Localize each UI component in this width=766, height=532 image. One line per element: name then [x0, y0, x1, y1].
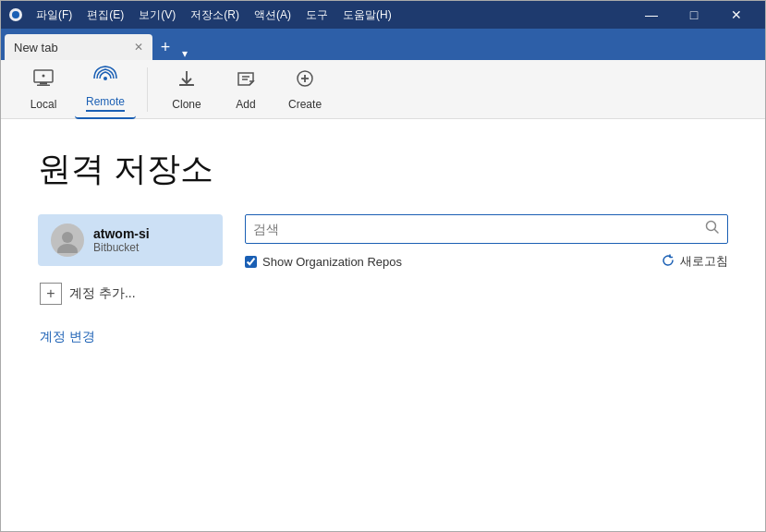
close-button[interactable]: ✕	[715, 1, 758, 29]
svg-point-14	[57, 244, 78, 253]
tab-label: New tab	[14, 41, 58, 54]
account-list: atwom-si Bitbucket + 계정 추가... 계정 변경	[38, 214, 223, 347]
svg-point-6	[103, 77, 107, 80]
svg-point-5	[43, 74, 45, 77]
svg-rect-3	[40, 82, 47, 85]
toolbar-separator	[147, 67, 148, 112]
toolbar-clone-label: Clone	[172, 98, 201, 111]
avatar	[51, 224, 84, 257]
menu-edit[interactable]: 편집(E)	[81, 6, 129, 25]
toolbar-clone-button[interactable]: Clone	[159, 63, 214, 116]
minimize-button[interactable]: —	[630, 1, 673, 29]
right-panel: Show Organization Repos 새로고침	[245, 214, 728, 270]
account-item[interactable]: atwom-si Bitbucket	[38, 214, 223, 266]
add-account-icon: +	[40, 283, 62, 305]
svg-point-1	[12, 11, 19, 18]
account-provider: Bitbucket	[93, 241, 150, 254]
add-account-label: 계정 추가...	[69, 285, 136, 302]
toolbar-remote-label: Remote	[86, 95, 125, 112]
menu-file[interactable]: 파일(F)	[30, 6, 78, 25]
search-input[interactable]	[253, 222, 699, 236]
menu-repo[interactable]: 저장소(R)	[185, 6, 245, 25]
toolbar-create-label: Create	[288, 98, 322, 111]
create-icon	[294, 68, 316, 94]
toolbar-local-button[interactable]: Local	[16, 63, 71, 116]
toolbar-remote-button[interactable]: Remote	[75, 60, 136, 119]
local-icon	[32, 68, 55, 94]
maximize-button[interactable]: □	[673, 1, 715, 29]
account-info: atwom-si Bitbucket	[93, 226, 150, 254]
show-org-repos-checkbox[interactable]	[245, 256, 257, 268]
svg-rect-7	[179, 84, 194, 86]
toolbar-create-button[interactable]: Create	[277, 63, 333, 116]
main-content: 원격 저장소 atwom-si Bitbucket + 계정 추가...	[1, 119, 765, 375]
content-layout: atwom-si Bitbucket + 계정 추가... 계정 변경	[38, 214, 728, 347]
menu-action[interactable]: 액션(A)	[249, 6, 297, 25]
menu-help[interactable]: 도움말(H)	[337, 6, 397, 25]
toolbar-add-label: Add	[236, 98, 255, 111]
menu-bar: 파일(F) 편집(E) 보기(V) 저장소(R) 액션(A) 도구 도움말(H)	[30, 6, 397, 25]
tab-arrow-button[interactable]: ▾	[178, 47, 191, 60]
refresh-label: 새로고침	[680, 253, 728, 270]
refresh-button[interactable]: 새로고침	[662, 253, 728, 270]
app-icon	[8, 7, 23, 22]
toolbar-add-button[interactable]: Add	[218, 63, 274, 116]
toolbar: Local Remote Clone	[1, 60, 765, 119]
svg-rect-4	[37, 84, 50, 86]
title-bar: 파일(F) 편집(E) 보기(V) 저장소(R) 액션(A) 도구 도움말(H)…	[1, 1, 765, 29]
menu-tools[interactable]: 도구	[300, 6, 334, 25]
remote-icon	[93, 66, 117, 91]
page-title: 원격 저장소	[38, 147, 728, 192]
search-box	[245, 214, 728, 244]
add-account-button[interactable]: + 계정 추가...	[38, 273, 223, 314]
title-bar-left: 파일(F) 편집(E) 보기(V) 저장소(R) 액션(A) 도구 도움말(H)	[8, 6, 397, 25]
show-org-repos-text: Show Organization Repos	[262, 255, 402, 269]
toolbar-local-label: Local	[30, 98, 57, 111]
title-bar-controls: — □ ✕	[630, 1, 758, 29]
account-name: atwom-si	[93, 226, 150, 241]
change-account-link[interactable]: 계정 변경	[38, 327, 223, 347]
options-row: Show Organization Repos 새로고침	[245, 253, 728, 270]
clone-icon	[176, 68, 198, 94]
menu-view[interactable]: 보기(V)	[133, 6, 181, 25]
active-tab[interactable]: New tab ✕	[5, 34, 152, 60]
search-icon	[705, 220, 720, 238]
svg-point-13	[62, 232, 73, 243]
new-tab-button[interactable]: +	[152, 34, 178, 60]
add-icon	[235, 68, 257, 94]
show-org-repos-label[interactable]: Show Organization Repos	[245, 255, 402, 269]
svg-line-16	[715, 230, 719, 234]
refresh-icon	[662, 254, 675, 270]
tab-close-button[interactable]: ✕	[134, 41, 143, 54]
tab-bar: New tab ✕ + ▾	[1, 29, 765, 60]
